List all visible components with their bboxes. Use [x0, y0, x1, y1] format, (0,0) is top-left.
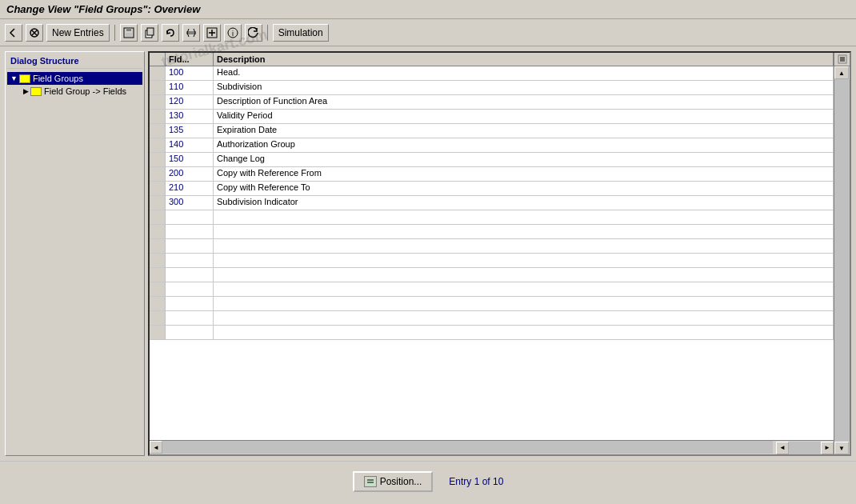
table-row[interactable] — [150, 239, 834, 254]
dialog-structure-title: Dialog Structure — [7, 54, 142, 69]
back-icon-btn[interactable] — [5, 24, 22, 42]
row-indicator — [150, 167, 166, 181]
row-indicator — [150, 182, 166, 195]
v-scroll-up-btn[interactable]: ▲ — [834, 66, 849, 79]
row-indicator — [150, 138, 166, 152]
col-scrollbtn-header[interactable] — [834, 53, 850, 66]
sidebar-item-field-group-fields[interactable]: ▶ Field Group -> Fields — [20, 85, 142, 98]
table-row[interactable] — [150, 210, 834, 225]
cell-fld — [166, 282, 214, 296]
table-row[interactable]: 140Authorization Group — [150, 138, 834, 153]
row-indicator — [150, 297, 166, 310]
sidebar-item-field-groups[interactable]: ▼ Field Groups — [7, 72, 142, 85]
table-row[interactable] — [150, 297, 834, 311]
h-scrollbar[interactable]: ◄ ◄ ► — [150, 440, 834, 454]
cell-fld: 100 — [166, 66, 214, 80]
cell-desc — [214, 311, 834, 325]
row-indicator — [150, 110, 166, 123]
cell-fld: 110 — [166, 81, 214, 94]
cell-fld — [166, 326, 214, 339]
info-icon-btn[interactable]: i — [224, 24, 242, 42]
sidebar-item-label-2: Field Group -> Fields — [44, 86, 126, 96]
cell-desc: Copy with Reference To — [214, 182, 834, 195]
position-button[interactable]: Position... — [353, 471, 434, 492]
expand-icon: ▼ — [10, 74, 18, 82]
table-row[interactable]: 120Description of Function Area — [150, 95, 834, 110]
cell-desc — [214, 297, 834, 310]
col-desc-header: Description — [214, 53, 834, 66]
simulation-button[interactable]: Simulation — [273, 24, 329, 42]
table-row[interactable] — [150, 254, 834, 268]
table-row[interactable]: 300Subdivision Indicator — [150, 196, 834, 210]
cell-desc — [214, 239, 834, 253]
v-scrollbar: ▲ ▼ — [834, 66, 850, 454]
cell-desc: Authorization Group — [214, 138, 834, 152]
v-scroll-down-btn[interactable]: ▼ — [834, 442, 849, 454]
svg-rect-2 — [126, 28, 131, 31]
h-scroll-right-btn[interactable]: ► — [821, 442, 834, 454]
table-row[interactable] — [150, 268, 834, 282]
cell-desc — [214, 282, 834, 296]
row-indicator — [150, 282, 166, 296]
cell-fld: 140 — [166, 138, 214, 152]
cell-fld — [166, 225, 214, 238]
sidebar-item-label: Field Groups — [33, 74, 83, 83]
cell-desc: Expiration Date — [214, 124, 834, 138]
table-row[interactable] — [150, 282, 834, 297]
svg-rect-14 — [366, 478, 375, 486]
table-row[interactable]: 200Copy with Reference From — [150, 167, 834, 182]
new-entries-button[interactable]: New Entries — [46, 24, 110, 42]
row-indicator — [150, 95, 166, 109]
table-row[interactable] — [150, 311, 834, 326]
nav-icon-btn[interactable] — [182, 24, 200, 42]
cell-fld: 210 — [166, 182, 214, 195]
row-indicator — [150, 225, 166, 238]
table-row[interactable] — [150, 225, 834, 239]
table-row[interactable]: 210Copy with Reference To — [150, 182, 834, 196]
table-row[interactable]: 150Change Log — [150, 153, 834, 167]
svg-rect-5 — [147, 28, 154, 35]
row-indicator — [150, 254, 166, 267]
table-row[interactable] — [150, 326, 834, 340]
table-row[interactable]: 100Head. — [150, 66, 834, 81]
position-button-label: Position... — [380, 476, 422, 487]
h-scroll-track-right[interactable] — [789, 442, 821, 454]
toolbar-separator-1 — [114, 25, 115, 41]
row-indicator — [150, 196, 166, 210]
cell-fld — [166, 297, 214, 310]
toolbar-separator-2 — [267, 25, 268, 41]
undo-icon-btn[interactable] — [162, 24, 179, 42]
main-content: Dialog Structure ▼ Field Groups ▶ Field … — [0, 46, 856, 461]
cell-desc — [214, 254, 834, 267]
cell-desc: Subdivision — [214, 81, 834, 94]
h-scroll-right-section: ◄ ► — [776, 441, 834, 454]
table-body: 100Head.110Subdivision120Description of … — [150, 66, 834, 440]
row-indicator — [150, 311, 166, 325]
h-scroll-track-left[interactable] — [162, 441, 773, 454]
cell-desc: Validity Period — [214, 110, 834, 123]
cell-fld — [166, 210, 214, 224]
cell-desc: Change Log — [214, 153, 834, 166]
cell-desc: Copy with Reference From — [214, 167, 834, 181]
h-scroll-left2-btn[interactable]: ◄ — [776, 442, 789, 454]
entry-info: Entry 1 of 10 — [449, 476, 503, 487]
table-row[interactable]: 110Subdivision — [150, 81, 834, 95]
cell-desc: Subdivision Indicator — [214, 196, 834, 210]
cell-fld — [166, 254, 214, 267]
row-indicator — [150, 268, 166, 282]
h-scroll-left-btn[interactable]: ◄ — [150, 441, 162, 454]
left-panel: Dialog Structure ▼ Field Groups ▶ Field … — [5, 51, 145, 456]
refresh-icon-btn[interactable] — [245, 24, 262, 42]
exit-icon-btn[interactable] — [26, 24, 43, 42]
svg-rect-3 — [126, 33, 132, 37]
v-scroll-track[interactable] — [834, 79, 850, 442]
table-row[interactable]: 130Validity Period — [150, 110, 834, 124]
table-main: 100Head.110Subdivision120Description of … — [150, 66, 834, 454]
select-icon-btn[interactable] — [203, 24, 221, 42]
copy-icon-btn[interactable] — [141, 24, 158, 42]
table-row[interactable]: 135Expiration Date — [150, 124, 834, 138]
toolbar: New Entries i Simulation — [0, 19, 856, 46]
title-bar: Change View "Field Groups": Overview — [0, 0, 856, 19]
save-icon-btn[interactable] — [120, 24, 138, 42]
cell-desc: Head. — [214, 66, 834, 80]
